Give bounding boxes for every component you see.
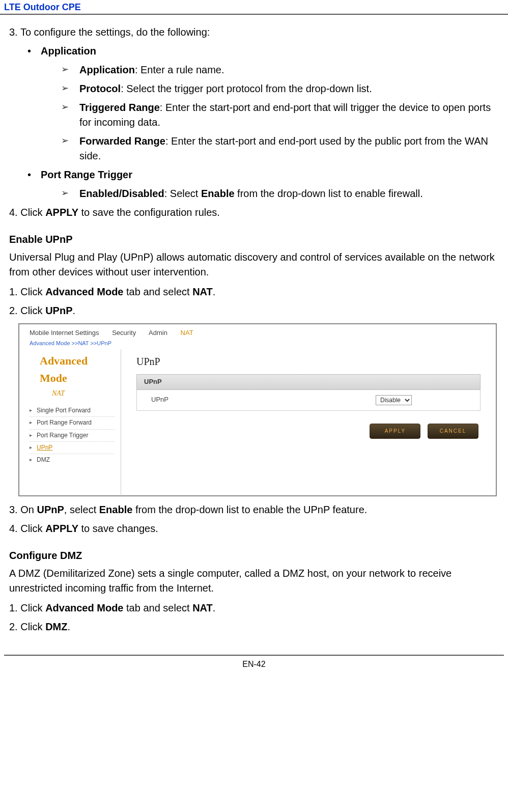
d2-pre: 2. Click xyxy=(9,621,45,632)
d1-b1: Advanced Mode xyxy=(45,602,123,613)
row-label-upnp: UPnP xyxy=(144,395,168,405)
dmz-step2: 2. Click DMZ. xyxy=(9,620,499,634)
s4-bold: APPLY xyxy=(45,207,78,218)
desc-protocol: : Select the trigger port protocol from … xyxy=(121,83,372,94)
tab-mobile-internet[interactable]: Mobile Internet Settings xyxy=(30,329,99,337)
ss-sidebar: Advanced Mode NAT Single Port Forward Po… xyxy=(19,349,121,496)
mode-title-1: Advanced xyxy=(30,352,115,370)
u4-post: to save changes. xyxy=(78,523,158,534)
sidebar-item-single-port-forward[interactable]: Single Port Forward xyxy=(30,405,115,416)
bullet-application: Application Application: Enter a rule na… xyxy=(27,44,499,163)
d2-bold: DMZ xyxy=(45,621,67,632)
upnp-step4: 4. Click APPLY to save changes. xyxy=(9,521,499,536)
u1-mid: tab and select xyxy=(123,286,192,297)
label-protocol: Protocol xyxy=(79,83,121,94)
bullet-port-range-trigger: Port Range Trigger Enabled/Disabled: Sel… xyxy=(27,167,499,201)
breadcrumb: Advanced Mode >>NAT >>UPnP xyxy=(19,339,496,349)
label-application: Application xyxy=(79,64,135,75)
sublist-prt: Enabled/Disabled: Select Enable from the… xyxy=(61,186,499,201)
sidebar-item-dmz[interactable]: DMZ xyxy=(30,454,115,466)
u1-b1: Advanced Mode xyxy=(45,286,123,297)
d1-mid: tab and select xyxy=(123,602,192,613)
u2-bold: UPnP xyxy=(45,305,72,316)
u3-mid: , select xyxy=(64,504,99,515)
d1-b2: NAT xyxy=(192,602,213,613)
dmz-step1: 1. Click Advanced Mode tab and select NA… xyxy=(9,601,499,615)
section-configure-dmz: Configure DMZ xyxy=(9,548,499,563)
u3-b1: UPnP xyxy=(37,504,64,515)
cancel-button[interactable]: CANCEL xyxy=(428,424,478,439)
upnp-select[interactable]: Disable xyxy=(376,395,412,405)
dmz-description: A DMZ (Demilitarized Zone) sets a single… xyxy=(9,566,499,596)
u4-pre: 4. Click xyxy=(9,523,45,534)
u3-b2: Enable xyxy=(99,504,133,515)
label-forwarded-range: Forwarded Range xyxy=(79,135,165,147)
prt-header: Port Range Trigger xyxy=(41,169,132,180)
item-application: Application: Enter a rule name. xyxy=(61,63,499,77)
desc-application: : Enter a rule name. xyxy=(135,64,224,75)
upnp-step2: 2. Click UPnP. xyxy=(9,303,499,318)
sidebar-item-port-range-trigger[interactable]: Port Range Trigger xyxy=(30,429,115,441)
tab-admin[interactable]: Admin xyxy=(149,329,167,337)
ss-topbar: Mobile Internet Settings Security Admin … xyxy=(19,324,496,339)
u2-post: . xyxy=(72,305,75,316)
u2-pre: 2. Click xyxy=(9,305,45,316)
upnp-screenshot: Mobile Internet Settings Security Admin … xyxy=(18,323,497,496)
item-enabled-disabled: Enabled/Disabled: Select Enable from the… xyxy=(61,186,499,201)
section-enable-upnp: Enable UPnP xyxy=(9,232,499,247)
page-header: LTE Outdoor CPE xyxy=(0,0,508,15)
panel-head: UPnP xyxy=(136,374,481,390)
tab-security[interactable]: Security xyxy=(112,329,136,337)
sidebar-nat: NAT xyxy=(30,387,115,402)
ss-body: Advanced Mode NAT Single Port Forward Po… xyxy=(19,349,496,496)
u1-post: . xyxy=(213,286,216,297)
panel-row-upnp: UPnP Disable xyxy=(136,390,481,411)
bullet-list-application: Application Application: Enter a rule na… xyxy=(27,44,499,201)
sublist-application: Application: Enter a rule name. Protocol… xyxy=(61,63,499,163)
s4-post: to save the configuration rules. xyxy=(78,207,220,218)
label-enabled-disabled: Enabled/Disabled xyxy=(79,188,164,199)
u1-b2: NAT xyxy=(192,286,213,297)
upnp-description: Universal Plug and Play (UPnP) allows au… xyxy=(9,250,499,279)
step-4-apply: 4. Click APPLY to save the configuration… xyxy=(9,205,499,220)
ss-main: UPnP UPnP UPnP Disable APPLY CANCEL xyxy=(121,349,496,496)
item-triggered-range: Triggered Range: Enter the start-port an… xyxy=(61,100,499,130)
u3-post: from the drop-down list to enable the UP… xyxy=(132,504,367,515)
tab-nat[interactable]: NAT xyxy=(181,329,193,337)
d2-post: . xyxy=(67,621,70,632)
upnp-step1: 1. Click Advanced Mode tab and select NA… xyxy=(9,285,499,299)
application-header: Application xyxy=(41,45,96,57)
d1-post: . xyxy=(213,602,216,613)
panel-title: UPnP xyxy=(136,354,481,369)
upnp-step3: 3. On UPnP, select Enable from the drop-… xyxy=(9,502,499,517)
sidebar-menu: Single Port Forward Port Range Forward P… xyxy=(30,405,115,466)
page-number: EN-42 xyxy=(0,656,508,678)
apply-button[interactable]: APPLY xyxy=(370,424,420,439)
item-protocol: Protocol: Select the trigger port protoc… xyxy=(61,81,499,96)
desc-ed-pre: : Select xyxy=(164,188,201,199)
mode-title-2: Mode xyxy=(30,370,115,387)
item-forwarded-range: Forwarded Range: Enter the start-port an… xyxy=(61,134,499,163)
label-triggered-range: Triggered Range xyxy=(79,102,160,113)
s4-pre: 4. Click xyxy=(9,207,45,218)
desc-ed-post: from the drop-down list to enable firewa… xyxy=(235,188,423,199)
u3-pre: 3. On xyxy=(9,504,37,515)
step-3-config: 3. To configure the settings, do the fol… xyxy=(9,25,499,40)
u4-bold: APPLY xyxy=(45,523,78,534)
page-content: 3. To configure the settings, do the fol… xyxy=(0,15,508,634)
sidebar-item-upnp[interactable]: UPnP xyxy=(30,441,115,454)
u1-pre: 1. Click xyxy=(9,286,45,297)
sidebar-item-port-range-forward[interactable]: Port Range Forward xyxy=(30,416,115,429)
desc-ed-bold: Enable xyxy=(201,188,235,199)
d1-pre: 1. Click xyxy=(9,602,45,613)
button-row: APPLY CANCEL xyxy=(136,422,481,439)
